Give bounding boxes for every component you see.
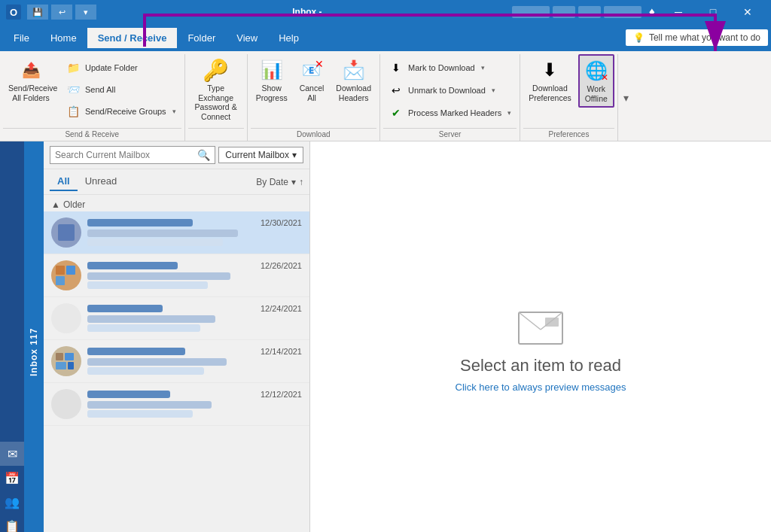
- email-item[interactable]: 12/24/2021: [44, 297, 309, 340]
- email-avatar: [51, 303, 81, 333]
- unmark-download-icon: ↩: [389, 83, 404, 98]
- show-progress-icon: 📊: [260, 58, 284, 82]
- maximize-btn[interactable]: □: [696, 0, 730, 24]
- tab-send-receive[interactable]: Send / Receive: [87, 28, 178, 48]
- close-btn[interactable]: ✕: [730, 0, 765, 24]
- show-progress-btn[interactable]: 📊 ShowProgress: [251, 54, 293, 106]
- process-marked-label: Process Marked Headers: [408, 108, 501, 117]
- subject-blur: [87, 315, 215, 323]
- email-avatar: [51, 346, 81, 376]
- server-group-label: Server: [383, 128, 517, 141]
- tab-help[interactable]: Help: [268, 28, 309, 48]
- ribbon-content: 📤 Send/ReceiveAll Folders 📁 Update Folde…: [0, 51, 771, 141]
- nav-people[interactable]: 👥: [0, 490, 24, 514]
- mark-download-arrow: ▾: [481, 64, 485, 71]
- type-exchange-label: Type ExchangePassword &Connect: [194, 84, 239, 121]
- email-top: 12/26/2021: [87, 260, 302, 271]
- sender-blur: [87, 391, 170, 398]
- email-avatar-row: 12/12/2021: [51, 389, 302, 419]
- download-headers-label: DownloadHeaders: [336, 84, 371, 102]
- subject-blur: [87, 230, 238, 237]
- reading-pane-link[interactable]: Click here to always preview messages: [456, 382, 626, 393]
- quick-access-toolbar[interactable]: 💾 ↩ ▾: [27, 5, 96, 20]
- sort-dropdown[interactable]: By Date ▾ ↑: [256, 177, 303, 187]
- search-icon: 🔍: [197, 149, 210, 161]
- preview-blur: [87, 324, 200, 332]
- server-buttons: ⬇ Mark to Download ▾ ↩ Unmark to Downloa…: [383, 54, 517, 126]
- ribbon-group-download: 📊 ShowProgress 📧 ✕ CancelAll 📩 DownloadH…: [248, 54, 380, 141]
- tab-folder[interactable]: Folder: [177, 28, 226, 48]
- sort-arrow: ▾: [291, 177, 296, 187]
- tell-me-text: Tell me what you want to do: [649, 32, 760, 43]
- work-offline-icon: 🌐 ✕: [584, 59, 608, 83]
- send-all-btn[interactable]: 📨 Send All: [60, 79, 181, 100]
- tab-view[interactable]: View: [226, 28, 268, 48]
- unmark-to-download-btn[interactable]: ↩ Unmark to Download ▾: [383, 80, 501, 101]
- send-receive-all-btn[interactable]: 📤 Send/ReceiveAll Folders: [3, 54, 59, 106]
- ribbon-tab-bar: File Home Send / Receive Folder View Hel…: [0, 24, 771, 51]
- nav-tasks[interactable]: 📋: [0, 514, 24, 532]
- minimize-btn[interactable]: ─: [661, 0, 696, 24]
- nav-mail[interactable]: ✉: [0, 442, 24, 466]
- tab-unread[interactable]: Unread: [78, 172, 125, 191]
- update-folder-btn[interactable]: 📁 Update Folder: [60, 57, 181, 78]
- email-item[interactable]: 12/14/2021: [44, 340, 309, 383]
- ribbon-collapse-btn[interactable]: ▾: [617, 54, 634, 141]
- key-buttons: 🔑 Type ExchangePassword &Connect: [188, 54, 244, 126]
- email-list[interactable]: ▲ Older 12/30: [44, 195, 309, 532]
- download-headers-btn[interactable]: 📩 DownloadHeaders: [331, 54, 376, 106]
- ribbon-group-send-receive: 📤 Send/ReceiveAll Folders 📁 Update Folde…: [0, 54, 185, 141]
- email-content: 12/30/2021: [87, 217, 302, 248]
- process-marked-btn[interactable]: ✔ Process Marked Headers ▾: [383, 102, 517, 123]
- email-date: 12/30/2021: [261, 218, 302, 227]
- ribbon-group-key: 🔑 Type ExchangePassword &Connect: [185, 54, 248, 141]
- window-title: Inbox -: [102, 7, 512, 17]
- tell-me-box[interactable]: 💡 Tell me what you want to do: [626, 29, 768, 46]
- undo-btn[interactable]: ↩: [51, 5, 72, 20]
- save-btn[interactable]: 💾: [27, 5, 48, 20]
- send-all-icon: 📨: [66, 82, 81, 97]
- email-item[interactable]: 12/30/2021: [44, 211, 309, 254]
- download-buttons: 📊 ShowProgress 📧 ✕ CancelAll 📩 DownloadH…: [251, 54, 376, 126]
- send-all-label: Send All: [85, 85, 115, 94]
- svg-rect-2: [545, 318, 559, 327]
- email-top: 12/14/2021: [87, 346, 302, 357]
- search-input[interactable]: [55, 150, 197, 160]
- mailbox-dropdown[interactable]: Current Mailbox ▾: [218, 147, 303, 163]
- download-headers-icon: 📩: [342, 58, 366, 82]
- ribbon-group-preferences: ⬇ DownloadPreferences 🌐 ✕ WorkOffline Pr…: [520, 54, 617, 141]
- email-item[interactable]: 12/12/2021: [44, 383, 309, 426]
- send-receive-groups-btn[interactable]: 📋 Send/Receive Groups ▾: [60, 101, 181, 122]
- tab-file[interactable]: File: [3, 28, 40, 48]
- email-date: 12/14/2021: [261, 347, 302, 356]
- tab-home[interactable]: Home: [40, 28, 87, 48]
- email-date: 12/26/2021: [261, 261, 302, 270]
- sender-blur: [87, 348, 185, 355]
- process-marked-arrow: ▾: [507, 109, 511, 117]
- email-content: 12/14/2021: [87, 346, 302, 376]
- type-exchange-btn[interactable]: 🔑 Type ExchangePassword &Connect: [188, 54, 244, 125]
- sidebar: 🔍 Current Mailbox ▾ All Unread By Date ▾…: [44, 141, 309, 532]
- update-folder-label: Update Folder: [85, 63, 138, 72]
- key-icon: 🔑: [204, 58, 228, 82]
- title-bar: O 💾 ↩ ▾ Inbox - ♦ ─ □ ✕: [0, 0, 771, 24]
- dropdown-btn[interactable]: ▾: [75, 5, 96, 20]
- email-item[interactable]: 12/26/2021: [44, 254, 309, 297]
- subject-blur: [87, 401, 212, 409]
- search-input-wrap[interactable]: 🔍: [50, 146, 215, 164]
- sort-label: By Date: [256, 177, 288, 187]
- email-avatar: [51, 217, 81, 248]
- tab-all[interactable]: All: [50, 172, 78, 191]
- preferences-group-label: Preferences: [523, 128, 614, 141]
- cancel-all-btn[interactable]: 📧 ✕ CancelAll: [294, 54, 330, 106]
- window-controls[interactable]: ─ □ ✕: [661, 0, 765, 24]
- email-group-header: ▲ Older: [44, 195, 309, 211]
- group-label: Older: [63, 199, 85, 210]
- send-receive-buttons: 📤 Send/ReceiveAll Folders 📁 Update Folde…: [3, 54, 181, 126]
- download-preferences-btn[interactable]: ⬇ DownloadPreferences: [523, 54, 577, 106]
- work-offline-btn[interactable]: 🌐 ✕ WorkOffline: [578, 54, 614, 108]
- mark-to-download-btn[interactable]: ⬇ Mark to Download ▾: [383, 57, 490, 78]
- send-receive-all-label: Send/ReceiveAll Folders: [8, 84, 53, 102]
- nav-calendar[interactable]: 📅: [0, 466, 24, 490]
- send-receive-groups-label: Send/Receive Groups: [85, 107, 166, 116]
